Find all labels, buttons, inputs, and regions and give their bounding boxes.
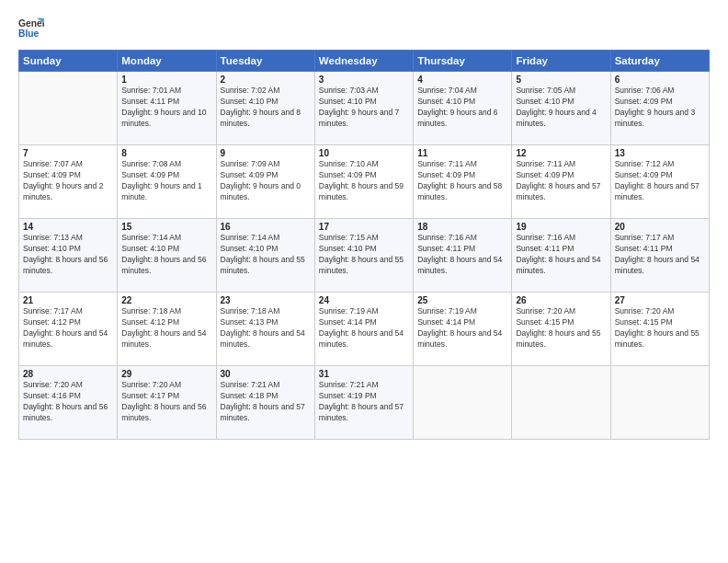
day-number: 9 [221, 148, 311, 158]
day-info: Sunrise: 7:21 AMSunset: 4:18 PMDaylight:… [221, 380, 311, 424]
calendar-cell: 18Sunrise: 7:16 AMSunset: 4:11 PMDayligh… [414, 219, 512, 293]
calendar-cell: 20Sunrise: 7:17 AMSunset: 4:11 PMDayligh… [610, 219, 709, 293]
calendar-cell: 2Sunrise: 7:02 AMSunset: 4:10 PMDaylight… [216, 72, 314, 145]
day-info: Sunrise: 7:20 AMSunset: 4:16 PMDaylight:… [23, 380, 113, 424]
day-info: Sunrise: 7:17 AMSunset: 4:12 PMDaylight:… [23, 306, 113, 350]
calendar-cell: 25Sunrise: 7:19 AMSunset: 4:14 PMDayligh… [414, 293, 512, 366]
calendar-cell: 23Sunrise: 7:18 AMSunset: 4:13 PMDayligh… [216, 293, 314, 366]
calendar-cell: 14Sunrise: 7:13 AMSunset: 4:10 PMDayligh… [19, 219, 118, 293]
calendar-cell: 21Sunrise: 7:17 AMSunset: 4:12 PMDayligh… [19, 293, 118, 366]
day-info: Sunrise: 7:11 AMSunset: 4:09 PMDaylight:… [516, 159, 606, 203]
day-number: 7 [23, 148, 113, 158]
calendar-cell: 22Sunrise: 7:18 AMSunset: 4:12 PMDayligh… [118, 293, 216, 366]
day-number: 30 [221, 369, 311, 379]
calendar-cell: 31Sunrise: 7:21 AMSunset: 4:19 PMDayligh… [314, 366, 413, 440]
header-wednesday: Wednesday [314, 51, 413, 72]
day-number: 20 [615, 222, 705, 232]
day-number: 13 [615, 148, 705, 158]
day-number: 4 [417, 75, 507, 85]
day-number: 24 [319, 295, 409, 305]
calendar-cell: 24Sunrise: 7:19 AMSunset: 4:14 PMDayligh… [314, 293, 413, 366]
week-row-5: 28Sunrise: 7:20 AMSunset: 4:16 PMDayligh… [19, 366, 710, 440]
day-info: Sunrise: 7:01 AMSunset: 4:11 PMDaylight:… [121, 86, 211, 130]
day-number: 5 [516, 75, 606, 85]
calendar-cell: 27Sunrise: 7:20 AMSunset: 4:15 PMDayligh… [610, 293, 709, 366]
day-info: Sunrise: 7:19 AMSunset: 4:14 PMDaylight:… [319, 306, 409, 350]
day-number: 21 [23, 295, 113, 305]
day-info: Sunrise: 7:16 AMSunset: 4:11 PMDaylight:… [417, 233, 507, 277]
day-number: 12 [516, 148, 606, 158]
calendar-cell: 30Sunrise: 7:21 AMSunset: 4:18 PMDayligh… [216, 366, 314, 440]
calendar-cell: 12Sunrise: 7:11 AMSunset: 4:09 PMDayligh… [512, 145, 610, 219]
day-info: Sunrise: 7:20 AMSunset: 4:15 PMDaylight:… [516, 306, 606, 350]
day-info: Sunrise: 7:10 AMSunset: 4:09 PMDaylight:… [319, 159, 409, 203]
day-info: Sunrise: 7:16 AMSunset: 4:11 PMDaylight:… [516, 233, 606, 277]
calendar-cell: 10Sunrise: 7:10 AMSunset: 4:09 PMDayligh… [314, 145, 413, 219]
day-info: Sunrise: 7:09 AMSunset: 4:09 PMDaylight:… [221, 159, 311, 203]
calendar-cell: 4Sunrise: 7:04 AMSunset: 4:10 PMDaylight… [414, 72, 512, 145]
day-number: 2 [221, 75, 311, 85]
day-info: Sunrise: 7:20 AMSunset: 4:17 PMDaylight:… [121, 380, 211, 424]
calendar-cell: 13Sunrise: 7:12 AMSunset: 4:09 PMDayligh… [610, 145, 709, 219]
day-info: Sunrise: 7:12 AMSunset: 4:09 PMDaylight:… [615, 159, 705, 203]
day-info: Sunrise: 7:19 AMSunset: 4:14 PMDaylight:… [417, 306, 507, 350]
day-info: Sunrise: 7:02 AMSunset: 4:10 PMDaylight:… [221, 86, 311, 130]
day-number: 31 [319, 369, 409, 379]
day-number: 25 [417, 295, 507, 305]
calendar-cell: 8Sunrise: 7:08 AMSunset: 4:09 PMDaylight… [118, 145, 216, 219]
calendar-cell: 9Sunrise: 7:09 AMSunset: 4:09 PMDaylight… [216, 145, 314, 219]
calendar-cell: 19Sunrise: 7:16 AMSunset: 4:11 PMDayligh… [512, 219, 610, 293]
day-number: 19 [516, 222, 606, 232]
calendar-cell: 6Sunrise: 7:06 AMSunset: 4:09 PMDaylight… [610, 72, 709, 145]
header-sunday: Sunday [19, 51, 118, 72]
day-number: 28 [23, 369, 113, 379]
calendar-cell: 15Sunrise: 7:14 AMSunset: 4:10 PMDayligh… [118, 219, 216, 293]
day-number: 22 [121, 295, 211, 305]
calendar-cell: 7Sunrise: 7:07 AMSunset: 4:09 PMDaylight… [19, 145, 118, 219]
header-saturday: Saturday [610, 51, 709, 72]
week-row-1: 1Sunrise: 7:01 AMSunset: 4:11 PMDaylight… [19, 72, 710, 145]
calendar-cell [19, 72, 118, 145]
day-number: 15 [121, 222, 211, 232]
calendar-cell [610, 366, 709, 440]
day-info: Sunrise: 7:17 AMSunset: 4:11 PMDaylight:… [615, 233, 705, 277]
calendar-cell [512, 366, 610, 440]
calendar-cell: 28Sunrise: 7:20 AMSunset: 4:16 PMDayligh… [19, 366, 118, 440]
day-number: 27 [615, 295, 705, 305]
week-row-4: 21Sunrise: 7:17 AMSunset: 4:12 PMDayligh… [19, 293, 710, 366]
calendar-cell: 16Sunrise: 7:14 AMSunset: 4:10 PMDayligh… [216, 219, 314, 293]
calendar-cell: 5Sunrise: 7:05 AMSunset: 4:10 PMDaylight… [512, 72, 610, 145]
day-info: Sunrise: 7:18 AMSunset: 4:12 PMDaylight:… [121, 306, 211, 350]
day-number: 29 [121, 369, 211, 379]
day-number: 26 [516, 295, 606, 305]
day-number: 14 [23, 222, 113, 232]
header: General Blue [18, 15, 710, 40]
calendar-cell: 1Sunrise: 7:01 AMSunset: 4:11 PMDaylight… [118, 72, 216, 145]
day-number: 11 [417, 148, 507, 158]
calendar-header-row: SundayMondayTuesdayWednesdayThursdayFrid… [19, 51, 710, 72]
day-number: 17 [319, 222, 409, 232]
day-info: Sunrise: 7:08 AMSunset: 4:09 PMDaylight:… [121, 159, 211, 203]
day-number: 6 [615, 75, 705, 85]
logo: General Blue [18, 15, 44, 40]
calendar-table: SundayMondayTuesdayWednesdayThursdayFrid… [18, 50, 710, 440]
header-friday: Friday [512, 51, 610, 72]
day-info: Sunrise: 7:06 AMSunset: 4:09 PMDaylight:… [615, 86, 705, 130]
day-info: Sunrise: 7:05 AMSunset: 4:10 PMDaylight:… [516, 86, 606, 130]
calendar-cell: 17Sunrise: 7:15 AMSunset: 4:10 PMDayligh… [314, 219, 413, 293]
calendar-cell: 29Sunrise: 7:20 AMSunset: 4:17 PMDayligh… [118, 366, 216, 440]
day-number: 18 [417, 222, 507, 232]
calendar-cell: 3Sunrise: 7:03 AMSunset: 4:10 PMDaylight… [314, 72, 413, 145]
day-info: Sunrise: 7:04 AMSunset: 4:10 PMDaylight:… [417, 86, 507, 130]
day-info: Sunrise: 7:21 AMSunset: 4:19 PMDaylight:… [319, 380, 409, 424]
calendar-page: General Blue SundayMondayTuesdayWednesda… [0, 0, 728, 563]
day-number: 1 [121, 75, 211, 85]
calendar-cell [414, 366, 512, 440]
day-info: Sunrise: 7:07 AMSunset: 4:09 PMDaylight:… [23, 159, 113, 203]
svg-text:Blue: Blue [18, 29, 40, 39]
day-info: Sunrise: 7:14 AMSunset: 4:10 PMDaylight:… [121, 233, 211, 277]
day-info: Sunrise: 7:20 AMSunset: 4:15 PMDaylight:… [615, 306, 705, 350]
week-row-2: 7Sunrise: 7:07 AMSunset: 4:09 PMDaylight… [19, 145, 710, 219]
day-number: 10 [319, 148, 409, 158]
day-info: Sunrise: 7:13 AMSunset: 4:10 PMDaylight:… [23, 233, 113, 277]
